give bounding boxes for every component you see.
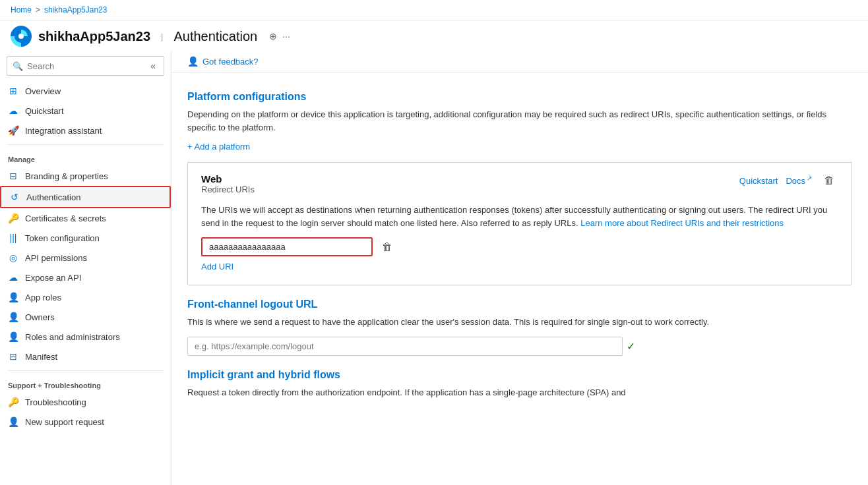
app-roles-icon: 👤 bbox=[8, 292, 18, 302]
uri-input[interactable] bbox=[201, 237, 373, 256]
breadcrumb: Home > shikhaApp5Jan23 bbox=[0, 0, 868, 20]
delete-icon: 🗑 bbox=[824, 175, 834, 186]
sidebar-item-label: App roles bbox=[25, 293, 61, 302]
sidebar-item-certificates[interactable]: 🔑 Certificates & secrets bbox=[0, 208, 171, 228]
sidebar-item-label: New support request bbox=[25, 417, 104, 427]
platform-section-desc: Depending on the platform or device this… bbox=[187, 108, 852, 134]
web-subtitle: Redirect URIs bbox=[201, 185, 255, 194]
quickstart-link[interactable]: Quickstart bbox=[739, 176, 778, 186]
web-card: Web Redirect URIs Quickstart Docs 🗑 The … bbox=[187, 162, 852, 285]
sidebar-item-new-support[interactable]: 👤 New support request bbox=[0, 412, 171, 432]
sidebar-item-branding[interactable]: ⊟ Branding & properties bbox=[0, 166, 171, 186]
logout-url-input[interactable] bbox=[187, 337, 623, 356]
manifest-icon: ⊟ bbox=[8, 351, 18, 362]
certificates-icon: 🔑 bbox=[8, 213, 18, 223]
troubleshooting-icon: 🔑 bbox=[8, 397, 18, 407]
uri-row: 🗑 bbox=[201, 237, 838, 256]
check-icon: ✓ bbox=[627, 340, 635, 353]
integration-icon: 🚀 bbox=[8, 125, 18, 136]
sidebar-item-app-roles[interactable]: 👤 App roles bbox=[0, 287, 171, 307]
pin-icon[interactable]: ⊕ bbox=[269, 31, 277, 42]
token-icon: ||| bbox=[8, 233, 18, 243]
web-title: Web bbox=[201, 173, 255, 185]
web-description: The URIs we will accept as destinations … bbox=[201, 204, 838, 229]
docs-link[interactable]: Docs bbox=[786, 175, 812, 186]
web-card-actions: Quickstart Docs 🗑 bbox=[739, 173, 838, 188]
learn-more-link[interactable]: Learn more about Redirect URIs and their… bbox=[580, 218, 784, 228]
main-layout: 🔍 « ⊞ Overview ☁ Quickstart 🚀 Integratio… bbox=[0, 51, 868, 485]
platform-section-title: Platform configurations bbox=[187, 91, 852, 103]
app-header: shikhaApp5Jan23 | Authentication ⊕ ··· bbox=[0, 20, 868, 51]
feedback-icon: 👤 bbox=[187, 56, 199, 67]
front-channel-title: Front-channel logout URL bbox=[187, 299, 852, 310]
sidebar-item-label: Expose an API bbox=[25, 273, 81, 283]
sidebar-item-manifest[interactable]: ⊟ Manifest bbox=[0, 347, 171, 366]
breadcrumb-app[interactable]: shikhaApp5Jan23 bbox=[44, 5, 107, 14]
sidebar-search-container: 🔍 « bbox=[7, 56, 164, 76]
sidebar-divider-2 bbox=[8, 370, 163, 371]
sidebar-item-label: Troubleshooting bbox=[25, 397, 86, 407]
add-platform-button[interactable]: + Add a platform bbox=[187, 142, 250, 152]
title-separator: | bbox=[161, 32, 163, 42]
support-icon: 👤 bbox=[8, 416, 18, 427]
sidebar-item-label: Branding & properties bbox=[25, 171, 108, 181]
roles-icon: 👤 bbox=[8, 331, 18, 342]
search-input[interactable] bbox=[27, 61, 144, 71]
sidebar-item-owners[interactable]: 👤 Owners bbox=[0, 307, 171, 327]
sidebar-item-integration-assistant[interactable]: 🚀 Integration assistant bbox=[0, 121, 171, 140]
sidebar-item-authentication[interactable]: ↺ Authentication bbox=[0, 186, 171, 208]
search-icon: 🔍 bbox=[13, 61, 23, 71]
app-name: shikhaApp5Jan23 bbox=[38, 29, 150, 44]
main-content: 👤 Got feedback? Platform configurations … bbox=[171, 51, 868, 485]
owners-icon: 👤 bbox=[8, 312, 18, 322]
sidebar-item-label: Certificates & secrets bbox=[25, 214, 106, 223]
uri-delete-button[interactable]: 🗑 bbox=[378, 240, 396, 254]
sidebar-divider-1 bbox=[8, 144, 163, 145]
implicit-section-desc: Request a token directly from the author… bbox=[187, 386, 852, 399]
app-logo bbox=[11, 26, 32, 47]
logout-input-row: ✓ bbox=[187, 337, 852, 356]
sidebar-item-label: Authentication bbox=[26, 192, 80, 202]
sidebar-item-label: Integration assistant bbox=[25, 126, 102, 136]
sidebar-item-roles-admins[interactable]: 👤 Roles and administrators bbox=[0, 327, 171, 347]
sidebar-item-label: Quickstart bbox=[25, 106, 64, 116]
breadcrumb-separator: > bbox=[36, 5, 40, 14]
sidebar-item-label: Token configuration bbox=[25, 233, 100, 243]
sidebar-item-overview[interactable]: ⊞ Overview bbox=[0, 81, 171, 101]
breadcrumb-home[interactable]: Home bbox=[11, 5, 32, 14]
sidebar-item-api-permissions[interactable]: ◎ API permissions bbox=[0, 248, 171, 268]
sidebar-item-label: Overview bbox=[25, 86, 61, 96]
front-channel-desc: This is where we send a request to have … bbox=[187, 316, 852, 329]
content-inner: Platform configurations Depending on the… bbox=[171, 72, 868, 422]
sidebar-item-expose-api[interactable]: ☁ Expose an API bbox=[0, 268, 171, 287]
sidebar-item-token-config[interactable]: ||| Token configuration bbox=[0, 228, 171, 248]
manage-section-label: Manage bbox=[0, 149, 171, 166]
feedback-label: Got feedback? bbox=[202, 57, 259, 67]
feedback-bar[interactable]: 👤 Got feedback? bbox=[171, 51, 868, 72]
sidebar-item-label: Roles and administrators bbox=[25, 332, 120, 342]
collapse-button[interactable]: « bbox=[148, 59, 158, 72]
authentication-icon: ↺ bbox=[9, 192, 20, 202]
sidebar-item-quickstart[interactable]: ☁ Quickstart bbox=[0, 101, 171, 121]
card-delete-button[interactable]: 🗑 bbox=[820, 173, 838, 188]
sidebar-item-troubleshooting[interactable]: 🔑 Troubleshooting bbox=[0, 392, 171, 412]
implicit-section-title: Implicit grant and hybrid flows bbox=[187, 369, 852, 381]
quickstart-icon: ☁ bbox=[8, 105, 18, 116]
front-channel-section: Front-channel logout URL This is where w… bbox=[187, 299, 852, 356]
more-options-icon[interactable]: ··· bbox=[282, 31, 290, 42]
add-uri-button[interactable]: Add URI bbox=[201, 262, 233, 271]
uri-delete-icon: 🗑 bbox=[382, 241, 392, 252]
sidebar: 🔍 « ⊞ Overview ☁ Quickstart 🚀 Integratio… bbox=[0, 51, 171, 485]
add-platform-label: + Add a platform bbox=[187, 142, 250, 152]
sidebar-item-label: Owners bbox=[25, 312, 55, 322]
svg-point-1 bbox=[18, 34, 24, 39]
support-section-label: Support + Troubleshooting bbox=[0, 375, 171, 392]
implicit-grant-section: Implicit grant and hybrid flows Request … bbox=[187, 369, 852, 399]
expose-api-icon: ☁ bbox=[8, 272, 18, 283]
sidebar-item-label: Manifest bbox=[25, 352, 57, 362]
add-uri-label: Add URI bbox=[201, 262, 233, 271]
page-title: Authentication bbox=[173, 29, 257, 44]
web-card-titles: Web Redirect URIs bbox=[201, 173, 255, 201]
branding-icon: ⊟ bbox=[8, 171, 18, 181]
web-card-header: Web Redirect URIs Quickstart Docs 🗑 bbox=[201, 173, 838, 201]
